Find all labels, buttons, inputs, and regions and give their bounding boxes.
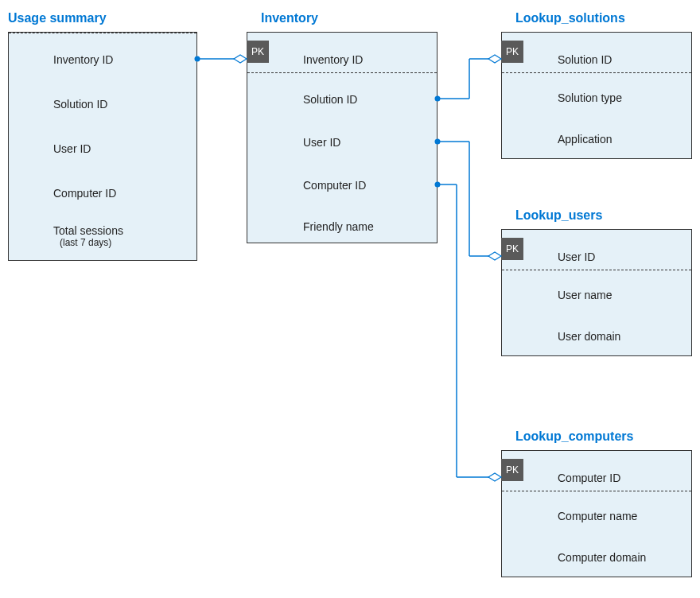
table-lookup-users: PK User ID User name User domain [501, 229, 692, 356]
field-label: Solution ID [53, 98, 107, 111]
table-title-inventory: Inventory [261, 11, 318, 25]
field-label: Computer ID [303, 179, 366, 192]
field-label: Inventory ID [53, 53, 113, 66]
table-title-usage-summary: Usage summary [8, 11, 107, 25]
field-label: User name [558, 289, 612, 301]
field-label: User ID [53, 142, 91, 155]
table-title-lookup-computers: Lookup_computers [515, 429, 633, 444]
table-lookup-computers: PK Computer ID Computer name Computer do… [501, 450, 692, 577]
field-label: Computer ID [558, 472, 620, 484]
table-title-lookup-solutions: Lookup_solutions [515, 11, 625, 25]
field-solutions-application: Application [502, 120, 691, 158]
table-title-lookup-users: Lookup_users [515, 208, 602, 223]
field-inventory-computer-id: Computer ID [247, 166, 437, 204]
field-label: Application [558, 133, 612, 146]
field-inventory-solution-id: Solution ID [247, 80, 437, 118]
field-label: Computer domain [558, 551, 646, 564]
table-usage-summary: Inventory ID Solution ID User ID Compute… [8, 32, 197, 261]
field-sublabel: (last 7 days) [60, 237, 111, 248]
field-usage-total-sessions: Total sessions (last 7 days) [9, 217, 196, 255]
field-computers-computer-name: Computer name [502, 497, 691, 535]
field-solutions-solution-type: Solution type [502, 79, 691, 117]
field-computers-computer-domain: Computer domain [502, 538, 691, 577]
field-usage-solution-id: Solution ID [9, 85, 196, 123]
field-label: User ID [303, 136, 340, 149]
field-label: User ID [558, 250, 595, 263]
field-label: User domain [558, 330, 620, 343]
field-inventory-user-id: User ID [247, 123, 437, 161]
field-usage-user-id: User ID [9, 130, 196, 168]
field-label: Computer ID [53, 187, 116, 200]
field-label: Solution type [558, 91, 622, 104]
field-label: Total sessions [53, 224, 123, 237]
field-label: Friendly name [303, 220, 374, 233]
field-label: Solution ID [303, 93, 357, 106]
field-label: Computer name [558, 510, 637, 522]
table-lookup-solutions: PK Solution ID Solution type Application [501, 32, 692, 159]
field-label: Inventory ID [303, 53, 363, 66]
table-inventory: PK Inventory ID Solution ID User ID Comp… [247, 32, 438, 243]
field-users-user-name: User name [502, 276, 691, 314]
field-usage-inventory-id: Inventory ID [9, 41, 196, 79]
field-users-user-domain: User domain [502, 317, 691, 355]
field-usage-computer-id: Computer ID [9, 174, 196, 212]
field-label: Solution ID [558, 53, 612, 66]
field-inventory-friendly-name: Friendly name [247, 208, 437, 246]
